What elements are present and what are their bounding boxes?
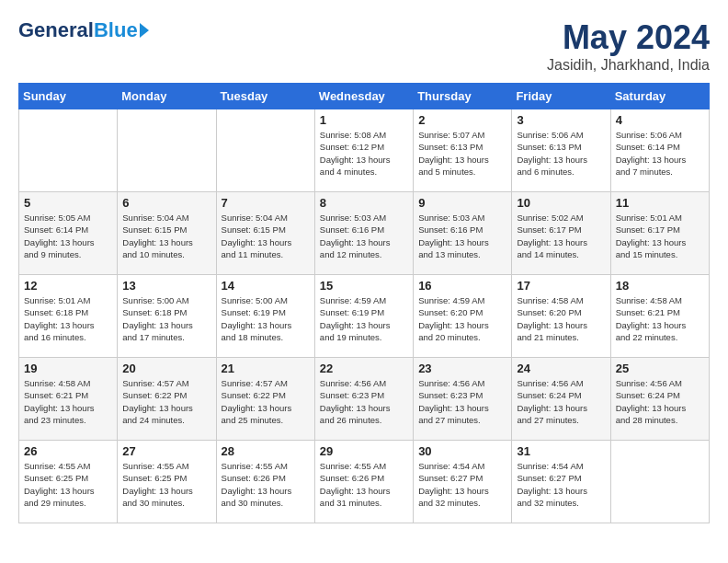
day-info: Sunrise: 5:01 AM Sunset: 6:17 PM Dayligh… — [616, 212, 704, 260]
calendar-cell — [118, 109, 216, 192]
day-info: Sunrise: 4:54 AM Sunset: 6:27 PM Dayligh… — [517, 460, 605, 509]
calendar-cell: 4Sunrise: 5:06 AM Sunset: 6:14 PM Daylig… — [610, 109, 709, 192]
day-info: Sunrise: 4:58 AM Sunset: 6:21 PM Dayligh… — [616, 294, 704, 343]
day-info: Sunrise: 4:58 AM Sunset: 6:20 PM Dayligh… — [517, 294, 605, 343]
day-info: Sunrise: 4:56 AM Sunset: 6:24 PM Dayligh… — [517, 377, 605, 426]
calendar-cell: 18Sunrise: 4:58 AM Sunset: 6:21 PM Dayli… — [610, 275, 709, 358]
calendar-cell: 26Sunrise: 4:55 AM Sunset: 6:25 PM Dayli… — [19, 441, 118, 523]
day-info: Sunrise: 4:57 AM Sunset: 6:22 PM Dayligh… — [222, 377, 310, 426]
day-number: 10 — [517, 196, 605, 210]
day-number: 3 — [517, 113, 605, 127]
day-header-thursday: Thursday — [414, 84, 512, 109]
calendar-cell: 13Sunrise: 5:00 AM Sunset: 6:18 PM Dayli… — [118, 275, 216, 358]
day-number: 11 — [616, 196, 704, 210]
calendar-cell: 25Sunrise: 4:56 AM Sunset: 6:24 PM Dayli… — [610, 358, 709, 441]
day-info: Sunrise: 5:06 AM Sunset: 6:14 PM Dayligh… — [616, 129, 704, 178]
day-number: 8 — [320, 196, 408, 210]
location-subtitle: Jasidih, Jharkhand, India — [547, 57, 710, 74]
day-number: 28 — [222, 444, 310, 458]
day-number: 1 — [320, 113, 408, 127]
day-info: Sunrise: 5:06 AM Sunset: 6:13 PM Dayligh… — [517, 129, 605, 178]
calendar-cell: 17Sunrise: 4:58 AM Sunset: 6:20 PM Dayli… — [512, 275, 610, 358]
day-number: 18 — [616, 279, 704, 293]
day-info: Sunrise: 4:55 AM Sunset: 6:26 PM Dayligh… — [320, 460, 408, 509]
day-number: 24 — [517, 362, 605, 375]
day-header-monday: Monday — [118, 84, 216, 109]
day-info: Sunrise: 4:55 AM Sunset: 6:25 PM Dayligh… — [24, 460, 112, 509]
calendar-cell — [610, 441, 709, 523]
logo-blue-text: Blue — [94, 18, 138, 42]
month-year-title: May 2024 — [547, 18, 710, 57]
day-info: Sunrise: 5:03 AM Sunset: 6:16 PM Dayligh… — [320, 212, 408, 260]
calendar-cell: 7Sunrise: 5:04 AM Sunset: 6:15 PM Daylig… — [216, 192, 314, 275]
calendar-cell — [216, 109, 314, 192]
day-info: Sunrise: 5:03 AM Sunset: 6:16 PM Dayligh… — [418, 212, 506, 260]
day-number: 14 — [222, 279, 310, 293]
logo: General Blue — [18, 18, 149, 42]
calendar-cell: 19Sunrise: 4:58 AM Sunset: 6:21 PM Dayli… — [19, 358, 118, 441]
day-number: 25 — [616, 362, 704, 375]
day-number: 2 — [418, 113, 506, 127]
day-number: 31 — [517, 444, 605, 458]
logo-arrow-icon — [140, 23, 149, 38]
calendar-cell: 16Sunrise: 4:59 AM Sunset: 6:20 PM Dayli… — [414, 275, 512, 358]
day-info: Sunrise: 4:55 AM Sunset: 6:26 PM Dayligh… — [222, 460, 310, 509]
day-info: Sunrise: 4:59 AM Sunset: 6:19 PM Dayligh… — [320, 294, 408, 343]
day-header-friday: Friday — [512, 84, 610, 109]
day-number: 16 — [418, 279, 506, 293]
calendar-cell: 2Sunrise: 5:07 AM Sunset: 6:13 PM Daylig… — [414, 109, 512, 192]
calendar-cell: 1Sunrise: 5:08 AM Sunset: 6:12 PM Daylig… — [314, 109, 413, 192]
day-number: 12 — [24, 279, 112, 293]
day-number: 19 — [24, 362, 112, 375]
day-info: Sunrise: 5:01 AM Sunset: 6:18 PM Dayligh… — [24, 294, 112, 343]
calendar-cell: 8Sunrise: 5:03 AM Sunset: 6:16 PM Daylig… — [314, 192, 413, 275]
day-info: Sunrise: 4:58 AM Sunset: 6:21 PM Dayligh… — [24, 377, 112, 426]
day-number: 4 — [616, 113, 704, 127]
day-info: Sunrise: 5:08 AM Sunset: 6:12 PM Dayligh… — [320, 129, 408, 178]
day-info: Sunrise: 4:57 AM Sunset: 6:22 PM Dayligh… — [122, 377, 210, 426]
day-info: Sunrise: 4:56 AM Sunset: 6:23 PM Dayligh… — [320, 377, 408, 426]
day-info: Sunrise: 5:04 AM Sunset: 6:15 PM Dayligh… — [122, 212, 210, 260]
calendar-cell: 11Sunrise: 5:01 AM Sunset: 6:17 PM Dayli… — [610, 192, 709, 275]
calendar-cell: 21Sunrise: 4:57 AM Sunset: 6:22 PM Dayli… — [216, 358, 314, 441]
calendar-cell — [19, 109, 118, 192]
day-number: 27 — [122, 444, 210, 458]
day-number: 15 — [320, 279, 408, 293]
day-info: Sunrise: 4:55 AM Sunset: 6:25 PM Dayligh… — [122, 460, 210, 509]
calendar-cell: 23Sunrise: 4:56 AM Sunset: 6:23 PM Dayli… — [414, 358, 512, 441]
day-number: 22 — [320, 362, 408, 375]
day-info: Sunrise: 4:59 AM Sunset: 6:20 PM Dayligh… — [418, 294, 506, 343]
day-number: 6 — [122, 196, 210, 210]
page-header: General Blue May 2024 Jasidih, Jharkhand… — [18, 18, 710, 74]
day-header-wednesday: Wednesday — [314, 84, 413, 109]
calendar-cell: 20Sunrise: 4:57 AM Sunset: 6:22 PM Dayli… — [118, 358, 216, 441]
day-number: 20 — [122, 362, 210, 375]
calendar-cell: 22Sunrise: 4:56 AM Sunset: 6:23 PM Dayli… — [314, 358, 413, 441]
calendar-header-row: SundayMondayTuesdayWednesdayThursdayFrid… — [19, 84, 710, 109]
calendar-cell: 10Sunrise: 5:02 AM Sunset: 6:17 PM Dayli… — [512, 192, 610, 275]
calendar-cell: 9Sunrise: 5:03 AM Sunset: 6:16 PM Daylig… — [414, 192, 512, 275]
calendar-cell: 5Sunrise: 5:05 AM Sunset: 6:14 PM Daylig… — [19, 192, 118, 275]
calendar-cell: 27Sunrise: 4:55 AM Sunset: 6:25 PM Dayli… — [118, 441, 216, 523]
calendar-week-row: 19Sunrise: 4:58 AM Sunset: 6:21 PM Dayli… — [19, 358, 710, 441]
calendar-cell: 28Sunrise: 4:55 AM Sunset: 6:26 PM Dayli… — [216, 441, 314, 523]
calendar-cell: 12Sunrise: 5:01 AM Sunset: 6:18 PM Dayli… — [19, 275, 118, 358]
day-number: 30 — [418, 444, 506, 458]
day-info: Sunrise: 4:54 AM Sunset: 6:27 PM Dayligh… — [418, 460, 506, 509]
day-number: 9 — [418, 196, 506, 210]
logo-general-text: General — [18, 18, 94, 42]
day-header-tuesday: Tuesday — [216, 84, 314, 109]
day-number: 5 — [24, 196, 112, 210]
day-info: Sunrise: 5:04 AM Sunset: 6:15 PM Dayligh… — [222, 212, 310, 260]
calendar-cell: 14Sunrise: 5:00 AM Sunset: 6:19 PM Dayli… — [216, 275, 314, 358]
day-number: 26 — [24, 444, 112, 458]
day-info: Sunrise: 5:00 AM Sunset: 6:18 PM Dayligh… — [122, 294, 210, 343]
day-number: 17 — [517, 279, 605, 293]
day-number: 23 — [418, 362, 506, 375]
day-number: 7 — [222, 196, 310, 210]
day-number: 21 — [222, 362, 310, 375]
calendar-week-row: 5Sunrise: 5:05 AM Sunset: 6:14 PM Daylig… — [19, 192, 710, 275]
title-block: May 2024 Jasidih, Jharkhand, India — [547, 18, 710, 74]
day-info: Sunrise: 5:05 AM Sunset: 6:14 PM Dayligh… — [24, 212, 112, 260]
day-header-saturday: Saturday — [610, 84, 709, 109]
